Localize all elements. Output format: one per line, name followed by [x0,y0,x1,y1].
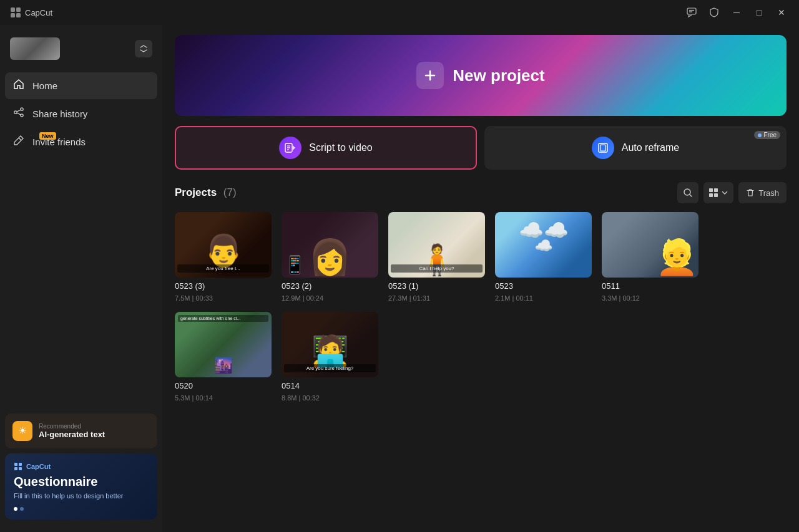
svg-rect-14 [19,463,22,466]
script-to-video-label: Script to video [309,142,372,153]
questionnaire-dots [14,507,149,511]
home-label: Home [32,80,57,91]
svg-rect-27 [709,188,713,192]
project-item[interactable]: 👨 Are you free t... 0523 (3) 7.5M | 00:3… [175,212,272,302]
feedback-icon [687,7,697,17]
feedback-button[interactable] [682,4,702,21]
maximize-icon: □ [757,7,762,17]
project-item[interactable]: generate subtitles with one cl... 🌆 0520… [175,312,272,402]
sidebar-navigation: Home Share history [0,70,162,158]
svg-line-26 [690,195,692,196]
svg-rect-24 [600,145,605,151]
account-switch-button[interactable] [135,40,152,57]
questionnaire-brand: CapCut [26,463,51,470]
share-icon [12,107,25,121]
project-meta: 12.9M | 00:24 [282,294,378,302]
search-button[interactable] [677,182,699,203]
titlebar-left: CapCut [10,7,52,18]
capcut-logo-icon [10,7,21,18]
project-subtitle: Are you free t... [177,264,269,273]
project-thumbnail: 👩 📱 [282,212,378,278]
projects-title-group: Projects (7) [175,186,237,199]
svg-point-8 [14,111,17,114]
close-button[interactable]: ✕ [772,4,792,21]
svg-rect-16 [19,467,22,470]
project-item[interactable]: 👩 📱 0523 (2) 12.9M | 00:24 [282,212,378,302]
svg-point-25 [684,189,690,195]
sidebar-item-share-history[interactable]: Share history [5,100,157,127]
svg-rect-1 [16,7,21,12]
recommended-text: Recommended AI-generated text [39,423,105,439]
project-item[interactable]: 🧍 Can I help you? 0523 (1) 27.3M | 01:31 [388,212,485,302]
maximize-button[interactable]: □ [749,4,769,21]
project-thumbnail: 🧍 Can I help you? [388,212,485,278]
svg-rect-3 [16,13,21,17]
search-icon [683,188,693,198]
script-to-video-icon [279,137,301,159]
chevron-down-icon [721,189,728,196]
recommended-title: AI-generated text [39,430,105,439]
app-name: CapCut [25,8,52,17]
sidebar-item-home[interactable]: Home [5,72,157,99]
main-layout: Home Share history [0,25,799,532]
svg-rect-13 [14,463,17,466]
project-item[interactable]: 👱 0511 3.3M | 00:12 [602,212,699,302]
shield-icon [709,7,719,17]
new-project-banner[interactable]: New project [175,35,787,116]
recommended-label: Recommended [39,423,105,430]
script-to-video-button[interactable]: Script to video [175,126,477,170]
svg-rect-29 [709,193,713,197]
project-meta: 7.5M | 00:33 [175,294,272,302]
project-item[interactable]: 🧑‍💻 Are you sure feeling? 0514 8.8M | 00… [282,312,378,402]
svg-line-11 [17,113,21,115]
sidebar-item-invite-friends[interactable]: Invite friends New [5,128,157,155]
new-badge: New [39,132,56,140]
project-name: 0514 [282,381,378,390]
invite-icon [12,135,25,149]
project-subtitle: Can I help you? [391,264,483,273]
project-meta: 5.3M | 00:14 [175,394,272,402]
avatar [10,37,60,60]
new-project-icon [416,62,444,89]
recommended-card[interactable]: ☀ Recommended AI-generated text [5,414,157,448]
new-project-inner: New project [416,62,544,89]
questionnaire-card[interactable]: CapCut Questionnaire Fill in this to hel… [5,453,157,520]
project-item[interactable]: ☁️☁️ ☁️ 0523 2.1M | 00:11 [495,212,592,302]
dot-1 [14,507,17,511]
project-name: 0523 (1) [388,281,485,291]
svg-rect-15 [14,467,17,470]
project-name: 0523 [495,281,592,291]
project-thumbnail: 👨 Are you free t... [175,212,272,278]
project-name: 0523 (2) [282,281,378,291]
content-area: New project Script to video [162,25,799,532]
project-subtitle: Are you sure feeling? [284,364,376,372]
trash-button[interactable]: Trash [738,182,787,203]
svg-rect-2 [11,13,15,17]
project-thumbnail: 👱 [602,212,699,278]
project-thumbnail: generate subtitles with one cl... 🌆 [175,312,272,377]
project-thumbnail: ☁️☁️ ☁️ [495,212,592,278]
recommended-icon: ☀ [12,421,32,441]
svg-point-7 [21,108,23,110]
minimize-button[interactable]: ─ [727,4,747,21]
project-meta: 2.1M | 00:11 [495,294,592,302]
projects-count: (7) [223,186,237,198]
auto-reframe-button[interactable]: Auto reframe Free [484,126,787,170]
svg-rect-4 [687,8,696,14]
sidebar: Home Share history [0,25,162,532]
minimize-icon: ─ [733,7,740,17]
share-history-label: Share history [32,109,87,119]
project-meta: 3.3M | 00:12 [602,294,699,302]
security-button[interactable] [704,4,724,21]
switch-icon [139,44,148,53]
dot-2 [20,507,24,511]
project-name: 0520 [175,381,272,390]
project-thumbnail: 🧑‍💻 Are you sure feeling? [282,312,378,377]
new-project-label: New project [453,66,544,85]
view-toggle-button[interactable] [703,182,733,203]
svg-rect-28 [714,188,718,192]
app-logo: CapCut [10,7,52,18]
sidebar-bottom: ☀ Recommended AI-generated text CapCut [0,409,162,525]
project-meta: 8.8M | 00:32 [282,394,378,402]
project-name: 0523 (3) [175,281,272,291]
